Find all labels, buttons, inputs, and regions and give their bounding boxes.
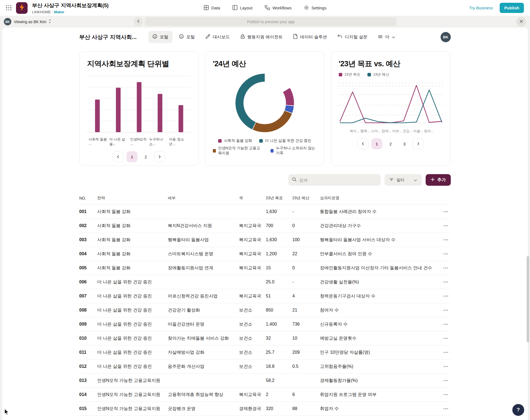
help-button[interactable]: ? <box>512 404 524 416</box>
row-menu-icon[interactable] <box>438 281 450 283</box>
viewer-avatar[interactable]: BK <box>4 18 11 25</box>
add-record-button[interactable]: 추가 <box>426 174 451 186</box>
tab-2-대시보드[interactable]: 대시보드 <box>201 31 234 43</box>
cell-strategy: 인생N모작 가능한 고용교육지원 <box>97 374 168 388</box>
row-menu-icon[interactable] <box>438 225 450 226</box>
bar-chart-pagination: 12 <box>87 151 191 162</box>
cell-dept: 복지교육국 <box>239 247 266 261</box>
table-row[interactable]: 001사회적 돌봄 강화1,630-통합돌봄 사례관리 참여자 수 <box>79 205 451 219</box>
table-toolbar: 필터 추가 <box>79 174 451 186</box>
site-nav: 부산 사상구 지역사회... 포털포털대시보드행동지원 에이전트데이터 솔루션디… <box>79 28 451 46</box>
line-chart-page-3[interactable]: 3 <box>399 138 410 149</box>
chevron-down-icon <box>392 34 395 39</box>
row-menu-icon[interactable] <box>438 408 450 409</box>
cell-dept: 보건소 <box>239 345 266 360</box>
cell-strategy: 사회적 돌봄 강화 <box>97 247 168 261</box>
row-menu-icon[interactable] <box>438 296 450 297</box>
cell-no: 013 <box>79 374 97 388</box>
maker-nav-layout[interactable]: Layout <box>232 5 252 11</box>
line-chart-page-1[interactable]: 1 <box>371 138 382 149</box>
tab-0-포털[interactable]: 포털 <box>148 31 173 43</box>
viewing-as-label[interactable]: Viewing as BK Kim <box>14 20 46 24</box>
table-row[interactable]: 015인생N모작 가능한 고용교육지원굿잡뱅크 운영경제환경국32088취업자 … <box>79 402 451 416</box>
close-preview-button[interactable] <box>516 17 526 27</box>
tab-1-포털[interactable]: 포털 <box>175 31 199 43</box>
legend-swatch <box>271 149 274 153</box>
legend-swatch <box>259 139 263 143</box>
column-header-actions <box>438 192 451 205</box>
try-business-link[interactable]: Try Business <box>469 6 493 10</box>
maker-nav-workflows[interactable]: Workflows <box>264 5 292 11</box>
tab-5-디지털 설문[interactable]: 디지털 설문 <box>333 31 372 43</box>
filter-button[interactable]: 필터 <box>385 174 422 186</box>
cell-dept: 복지교육국 <box>239 261 266 275</box>
legend-label: 23년 예산 <box>373 72 389 77</box>
app-logo[interactable] <box>16 2 28 14</box>
row-menu-icon[interactable] <box>438 253 450 254</box>
swap-viewer-icon[interactable] <box>48 19 51 24</box>
back-button[interactable] <box>134 17 143 26</box>
cell-target-23: 320 <box>266 402 292 416</box>
row-menu-icon[interactable] <box>438 394 450 395</box>
row-menu-icon[interactable] <box>438 239 450 240</box>
cell-budget-23: 100 <box>292 233 320 247</box>
table-row[interactable]: 016인생N모작 가능한 고용교육지원창업+주거 복합센터 운영경제환경국101… <box>79 416 451 420</box>
table-row[interactable]: 002사회적 돌봄 강화복지N건강서비스 지원복지교육국7000건강관리대상 가… <box>79 219 451 233</box>
pencil-icon <box>205 34 210 40</box>
table-row[interactable]: 004사회적 돌봄 강화스마트복지시스템 운영복지교육국1,20022안부콜서비… <box>79 247 451 261</box>
row-menu-icon[interactable] <box>438 267 450 269</box>
table-row[interactable]: 010더 나은 삶을 위한 건강 증진찾아가는 치매돌봄 서비스 강화보건소32… <box>79 331 451 345</box>
table-row[interactable]: 013인생N모작 가능한 고용교육지원58.2경제활동참가율(%) <box>79 374 451 388</box>
tab-4-데이터 솔루션[interactable]: 데이터 솔루션 <box>289 31 331 43</box>
line-chart-next-button[interactable] <box>413 138 424 149</box>
apps-grid-icon[interactable] <box>6 5 12 11</box>
row-menu-icon[interactable] <box>438 380 450 381</box>
maker-nav-label: Workflows <box>272 6 292 10</box>
row-menu-icon[interactable] <box>438 211 450 212</box>
row-menu-icon[interactable] <box>438 310 450 311</box>
table-body: 001사회적 돌봄 강화1,630-통합돌봄 사례관리 참여자 수002사회적 … <box>79 205 451 420</box>
user-avatar[interactable]: BK <box>441 32 451 42</box>
dot <box>445 211 446 212</box>
dot <box>444 338 445 339</box>
table-row[interactable]: 014인생N모작 가능한 고용교육지원고용취약계층 취업능력 향상복지교육국26… <box>79 388 451 402</box>
table-row[interactable]: 006더 나은 삶을 위한 건강 증진25.0-건강생활 실천율(%) <box>79 275 451 289</box>
vertical-scrollbar-thumb[interactable] <box>527 256 529 342</box>
row-menu-icon[interactable] <box>438 338 450 339</box>
data-icon <box>204 5 209 11</box>
publish-preview-input[interactable] <box>145 17 396 26</box>
file-icon <box>293 34 298 40</box>
tab-6-더[interactable]: 더 <box>374 31 399 43</box>
line-chart-prev-button[interactable] <box>357 138 369 149</box>
dot <box>444 394 445 395</box>
table-row[interactable]: 005사회적 돌봄 강화장애활동지원사업 연계복지교육국150장애인활동지원사업… <box>79 261 451 275</box>
row-menu-icon[interactable] <box>438 366 450 367</box>
bar-chart-page-1[interactable]: 1 <box>126 151 137 162</box>
records-table: NO.전략세부국23년 목표23년 예산성과지표명 001사회적 돌봄 강화1,… <box>79 192 451 420</box>
table-row[interactable]: 009더 나은 삶을 위한 건강 증진마을건강센터 운영보건소1,400736신… <box>79 317 451 331</box>
table-row[interactable]: 007더 나은 삶을 위한 건강 증진어르신청력건강 증진사업복지교육국514청… <box>79 289 451 303</box>
cell-dept <box>239 374 266 388</box>
maker-nav-settings[interactable]: Settings <box>304 5 326 11</box>
table-row[interactable]: 012더 나은 삶을 위한 건강 증진음주문화 개선사업보건소18.80.5고위… <box>79 360 451 374</box>
cell-kpi: 취업지원 프로그램 운영 여부 <box>320 388 438 402</box>
table-row[interactable]: 008더 나은 삶을 위한 건강 증진건강걷기 활성화보건소85021참여자 수 <box>79 303 451 317</box>
table-row[interactable]: 003사회적 돌봄 강화행복울타리 돌봄사업복지교육국1,630100행복울타리… <box>79 233 451 247</box>
bar-chart-next-button[interactable] <box>154 151 165 162</box>
cell-strategy: 더 나은 삶을 위한 건강 증진 <box>97 360 168 374</box>
bar-chart-prev-button[interactable] <box>113 151 124 162</box>
line-chart-page-2[interactable]: 2 <box>385 138 396 149</box>
row-menu-icon[interactable] <box>438 324 450 325</box>
search-input[interactable] <box>299 178 377 182</box>
maker-nav-data[interactable]: Data <box>204 5 220 11</box>
bar-chart-page-2[interactable]: 2 <box>140 151 151 162</box>
cell-kpi: 행복울타리 돌봄사업 서비스 대상자 수 <box>320 233 438 247</box>
donut-chart <box>235 74 294 132</box>
cell-budget-23: 6 <box>292 388 320 402</box>
tab-3-행동지원 에이전트[interactable]: 행동지원 에이전트 <box>236 31 287 43</box>
cell-target-23: 25.7 <box>266 345 292 360</box>
publish-button[interactable]: Publish <box>500 3 524 13</box>
row-menu-icon[interactable] <box>438 352 450 353</box>
cell-strategy: 인생N모작 가능한 고용교육지원 <box>97 388 168 402</box>
table-row[interactable]: 011더 나은 삶을 위한 건강 증진자살예방사업 강화보건소25.7209인구… <box>79 345 451 360</box>
